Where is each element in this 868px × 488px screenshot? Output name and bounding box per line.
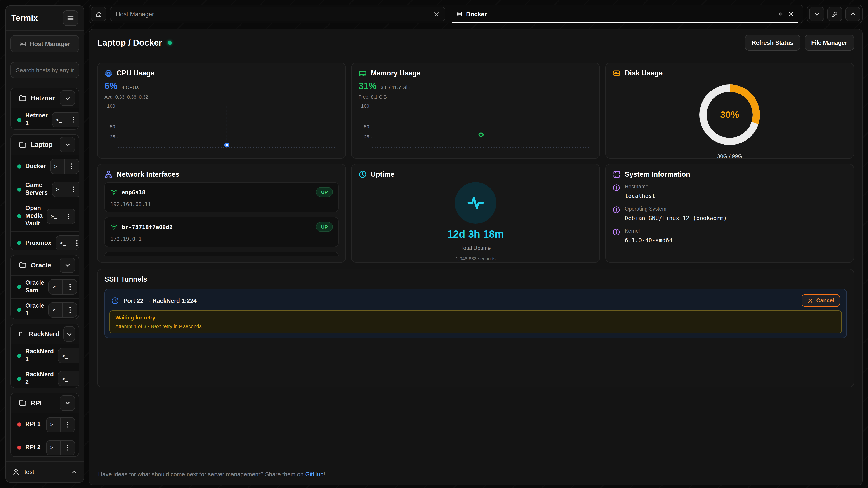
uptime-seconds: 1,048,683 seconds — [456, 256, 496, 261]
group-header[interactable]: RPI — [11, 393, 79, 413]
host-manager-button[interactable]: Host Manager — [10, 35, 79, 53]
github-link[interactable]: GitHub — [305, 471, 323, 478]
terminal-button[interactable]: >_ — [51, 159, 65, 174]
host-group-oracle: Oracle Oracle Sam >_ Oracle 1 — [10, 255, 79, 319]
scroll-tabs-right-button[interactable] — [845, 7, 860, 21]
cancel-label: Cancel — [816, 297, 834, 304]
host-menu-button[interactable] — [70, 236, 79, 250]
host-menu-button[interactable] — [72, 348, 79, 363]
host-menu-button[interactable] — [63, 280, 77, 294]
terminal-button[interactable]: >_ — [47, 209, 61, 223]
group-collapse-button[interactable] — [60, 258, 75, 273]
terminal-button[interactable]: >_ — [56, 236, 70, 250]
user-menu[interactable]: test — [6, 461, 84, 482]
chevron-down-icon — [64, 95, 70, 101]
active-tab-underline — [452, 22, 798, 23]
terminal-button[interactable]: >_ — [58, 371, 72, 386]
terminal-button[interactable]: >_ — [46, 417, 61, 432]
svg-text:50: 50 — [364, 124, 369, 129]
host-row[interactable]: RackNerd 2 >_ — [11, 367, 79, 388]
tab-label: Docker — [466, 11, 774, 18]
terminal-button[interactable]: >_ — [46, 440, 61, 455]
host-menu-button[interactable] — [65, 159, 79, 174]
host-row[interactable]: Hetzner 1 >_ — [11, 108, 79, 130]
chevron-up-icon — [71, 469, 77, 475]
chevron-down-icon — [64, 142, 70, 148]
folder-icon — [19, 330, 25, 338]
chevron-up-icon — [850, 11, 856, 17]
host-dashboard-panel: Laptop / Docker Refresh Status File Mana… — [89, 29, 863, 485]
host-name: RackNerd 1 — [25, 348, 54, 363]
tunnel-retry-warning: Waiting for retry Attempt 1 of 3 • Next … — [110, 311, 842, 333]
sidebar-menu-button[interactable] — [63, 10, 78, 26]
home-icon — [95, 11, 102, 18]
system-row-label: Hostname — [625, 184, 655, 189]
terminal-button[interactable]: >_ — [49, 280, 63, 294]
terminal-icon: >_ — [56, 117, 62, 123]
host-actions: >_ — [58, 348, 79, 363]
terminal-button[interactable]: >_ — [58, 348, 72, 363]
group-collapse-button[interactable] — [60, 395, 75, 411]
tab-host-manager[interactable]: Host Manager — [110, 7, 445, 21]
refresh-status-button[interactable]: Refresh Status — [745, 35, 800, 51]
host-row[interactable]: Proxmox >_ — [11, 231, 79, 250]
terminal-button[interactable]: >_ — [52, 112, 66, 127]
host-group-racknerd: RackNerd RackNerd 1 >_ RackNerd 2 — [10, 324, 79, 388]
host-row[interactable]: RPI 2 >_ — [11, 436, 79, 457]
group-header[interactable]: Laptop — [11, 135, 79, 155]
host-row[interactable]: Open Media Vault >_ — [11, 201, 79, 231]
terminal-icon: >_ — [51, 213, 57, 219]
terminal-icon: >_ — [51, 422, 57, 427]
cancel-tunnel-button[interactable]: Cancel — [801, 294, 840, 307]
split-view-button[interactable] — [778, 11, 784, 17]
host-actions: >_ — [49, 279, 77, 295]
host-status-dot — [17, 241, 21, 245]
host-row[interactable]: Oracle Sam >_ — [11, 275, 79, 298]
host-row[interactable]: Docker >_ — [11, 155, 79, 178]
host-menu-button[interactable] — [61, 417, 74, 432]
kebab-icon — [72, 186, 74, 193]
host-row[interactable]: RackNerd 1 >_ — [11, 344, 79, 367]
host-menu-button[interactable] — [61, 440, 74, 455]
group-header[interactable]: Oracle — [11, 255, 79, 275]
close-tab-button[interactable] — [434, 11, 439, 17]
terminal-button[interactable]: >_ — [52, 182, 66, 197]
uptime-body: 12d 3h 18m Total Uptime 1,048,683 second… — [359, 182, 593, 261]
system-row-value: 6.1.0-40-amd64 — [625, 237, 673, 243]
host-status-dot — [17, 214, 21, 218]
file-manager-button[interactable]: File Manager — [804, 35, 854, 51]
terminal-button[interactable]: >_ — [49, 303, 63, 317]
host-menu-button[interactable] — [66, 182, 79, 197]
tools-button[interactable] — [827, 7, 842, 21]
kebab-icon — [72, 117, 74, 123]
group-collapse-button[interactable] — [64, 326, 75, 341]
uptime-card: Uptime 12d 3h 18m Total Uptime 1,048,683… — [351, 164, 600, 263]
host-status-dot — [17, 446, 21, 450]
host-menu-button[interactable] — [63, 303, 77, 317]
kebab-icon — [69, 284, 71, 290]
terminal-icon: >_ — [60, 240, 66, 246]
kebab-icon — [71, 163, 72, 170]
host-name: Proxmox — [25, 239, 52, 247]
disk-used-total: 30G / 99G — [717, 153, 742, 159]
system-information-card: System Information Hostname localhost — [605, 164, 854, 263]
host-actions: >_ — [46, 417, 75, 432]
host-menu-button[interactable] — [61, 209, 75, 223]
scroll-tabs-left-button[interactable] — [809, 7, 824, 21]
group-collapse-button[interactable] — [60, 137, 75, 153]
info-icon — [613, 228, 620, 236]
host-row[interactable]: Game Servers >_ — [11, 178, 79, 201]
tab-docker[interactable]: Docker — [449, 5, 801, 23]
home-tab-button[interactable] — [91, 7, 106, 21]
host-status-dot — [17, 308, 21, 312]
host-menu-button[interactable] — [72, 371, 79, 386]
search-input[interactable] — [10, 62, 79, 78]
close-tab-button[interactable] — [787, 11, 794, 17]
group-header[interactable]: Hetzner — [11, 88, 79, 108]
group-collapse-button[interactable] — [60, 90, 75, 106]
card-title: Uptime — [371, 170, 395, 178]
host-row[interactable]: RPI 1 >_ — [11, 413, 79, 436]
host-menu-button[interactable] — [66, 112, 79, 127]
host-row[interactable]: Oracle 1 >_ — [11, 298, 79, 319]
group-header[interactable]: RackNerd — [11, 324, 79, 344]
